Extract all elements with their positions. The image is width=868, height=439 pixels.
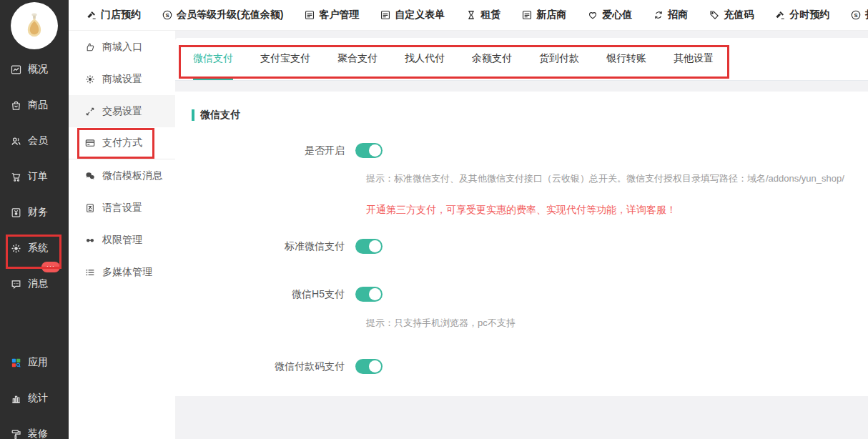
sidebar-item-label: 财务: [28, 206, 48, 219]
toggle-knob: [369, 240, 381, 252]
submenu-item-label: 多媒体管理: [102, 266, 152, 279]
tab-cash-on-delivery[interactable]: 货到付款: [539, 38, 579, 80]
cart-icon: [10, 171, 22, 183]
submenu-item-wechat-template[interactable]: 微信模板消息: [69, 159, 175, 192]
topbar-item-customer-management[interactable]: 客户管理: [304, 9, 359, 21]
tab-other-settings[interactable]: 其他设置: [674, 38, 714, 80]
field-label: 是否开启: [175, 144, 355, 157]
topbar-item-love-value[interactable]: 爱心值: [587, 9, 632, 21]
wechat-barcode-pay-toggle[interactable]: [355, 359, 383, 374]
users-icon: [10, 135, 22, 147]
form-row-enable: 是否开启: [175, 143, 868, 158]
form-icon: [304, 9, 315, 21]
topbar-item-custom-form[interactable]: 自定义表单: [380, 9, 445, 21]
language-icon: [84, 202, 96, 214]
logo[interactable]: [0, 0, 69, 51]
submenu-item-mall-settings[interactable]: 商城设置: [69, 63, 175, 95]
topbar-item-time-reservation[interactable]: 分时预约: [774, 9, 829, 21]
topbar-item-label: 新店商: [536, 9, 566, 21]
enable-hint: 提示：标准微信支付、及其他微信支付接口（云收银）总开关。微信支付授权目录填写路径…: [366, 172, 868, 185]
topbar-item-label: 自定义表单: [395, 9, 445, 21]
sidebar-item-apps[interactable]: 应用: [0, 345, 69, 380]
topbar-item-label: 充值码: [724, 9, 754, 21]
field-label: 微信付款码支付: [175, 360, 355, 373]
sidebar-item-members[interactable]: 会员: [0, 123, 69, 159]
tag-icon: [709, 9, 720, 21]
topbar-item-label: 租赁: [480, 9, 500, 21]
third-party-alert: 开通第三方支付，可享受更实惠的费率、实现代付等功能，详询客服！: [366, 204, 868, 217]
sidebar-item-decorate[interactable]: 装修: [0, 416, 69, 439]
payment-tabs: 微信支付 支付宝支付 聚合支付 找人代付 余额支付 货到付款 银行转账 其他设置: [175, 38, 868, 81]
submenu-item-label: 支付方式: [102, 137, 142, 149]
toggle-knob: [369, 144, 381, 157]
topbar-item-investment[interactable]: 招商: [653, 9, 688, 21]
topbar-item-rental[interactable]: 租赁: [465, 9, 500, 21]
topbar-item-member-upgrade[interactable]: 会员等级升级(充值余额): [162, 9, 283, 21]
list-icon: [84, 267, 96, 278]
submenu-item-language-settings[interactable]: 语言设置: [69, 192, 175, 224]
submenu-item-label: 商城入口: [102, 41, 142, 54]
chart-icon: [10, 64, 22, 76]
form-icon: [521, 9, 533, 21]
apps-icon: [10, 357, 22, 369]
message-badge: ···: [41, 262, 60, 272]
topbar-item-label: 门店预约: [101, 9, 141, 21]
tab-balance-pay[interactable]: 余额支付: [472, 38, 512, 80]
sidebar-item-overview[interactable]: 概况: [0, 51, 69, 87]
primary-sidebar: 概况 商品 会员 订单 财务 系统 ··· 消息 应用 统计 装修: [0, 0, 69, 439]
submenu-item-label: 权限管理: [102, 234, 142, 247]
sidebar-item-finance[interactable]: 财务: [0, 194, 69, 230]
submenu-item-trade-settings[interactable]: 交易设置: [69, 95, 175, 127]
toggle-knob: [369, 288, 381, 300]
enable-toggle[interactable]: [355, 143, 383, 158]
sidebar-item-label: 商品: [28, 99, 48, 112]
gavel-icon: [774, 9, 786, 21]
section-header: 微信支付: [192, 109, 868, 122]
topbar-item-label: 客户管理: [319, 9, 359, 21]
topbar-item-recharge-code[interactable]: 充值码: [709, 9, 754, 21]
submenu-item-label: 交易设置: [102, 105, 142, 118]
credit-card-icon: [84, 137, 96, 149]
mask-icon: [84, 235, 96, 246]
section-accent-bar: [192, 109, 194, 121]
main-content: 微信支付 支付宝支付 聚合支付 找人代付 余额支付 货到付款 银行转账 其他设置…: [175, 31, 868, 439]
sidebar-item-label: 应用: [28, 356, 48, 369]
submenu-item-mall-entry[interactable]: 商城入口: [69, 31, 175, 63]
topbar-item-scan-queue[interactable]: 扫码排队: [850, 9, 868, 21]
tab-aggregate-pay[interactable]: 聚合支付: [337, 38, 378, 80]
sidebar-item-statistics[interactable]: 统计: [0, 380, 69, 416]
section-title: 微信支付: [200, 109, 240, 122]
sidebar-item-goods[interactable]: 商品: [0, 87, 69, 123]
field-label: 微信H5支付: [175, 288, 355, 301]
sidebar-item-orders[interactable]: 订单: [0, 159, 69, 194]
recycle-icon: [653, 9, 664, 21]
toggle-knob: [369, 360, 381, 373]
hourglass-icon: [465, 9, 477, 21]
submenu-item-label: 微信模板消息: [102, 169, 162, 182]
topbar-item-store-reservation[interactable]: 门店预约: [86, 9, 141, 21]
submenu-item-payment-method[interactable]: 支付方式: [69, 127, 175, 159]
topbar-item-label: 扫码排队: [865, 9, 868, 21]
tab-alipay[interactable]: 支付宝支付: [260, 38, 310, 80]
sidebar-item-messages[interactable]: ··· 消息: [0, 266, 69, 302]
logo-circle: [11, 2, 58, 49]
standard-wechat-pay-toggle[interactable]: [355, 239, 383, 254]
tab-wechat-pay[interactable]: 微信支付: [193, 38, 233, 80]
wechat-icon: [84, 170, 96, 182]
perfume-bottle-logo-icon: [19, 10, 50, 41]
heart-icon: [587, 9, 598, 21]
submenu-item-label: 语言设置: [102, 202, 142, 214]
submenu-item-permission-management[interactable]: 权限管理: [69, 224, 175, 256]
top-menu-bar: 门店预约 会员等级升级(充值余额) 客户管理 自定义表单 租赁 新店商 爱心值 …: [69, 0, 868, 31]
wechat-h5-pay-toggle[interactable]: [355, 287, 383, 302]
field-label: 标准微信支付: [175, 240, 355, 253]
sidebar-item-system[interactable]: 系统: [0, 230, 69, 266]
bag-icon: [10, 99, 22, 112]
topbar-item-new-shop[interactable]: 新店商: [521, 9, 566, 21]
gear-icon: [10, 242, 22, 255]
tab-bank-transfer[interactable]: 银行转账: [606, 38, 646, 80]
topbar-item-label: 招商: [668, 9, 688, 21]
tab-pay-for-others[interactable]: 找人代付: [405, 38, 445, 80]
arrows-icon: [84, 106, 96, 117]
submenu-item-media-management[interactable]: 多媒体管理: [69, 256, 175, 288]
